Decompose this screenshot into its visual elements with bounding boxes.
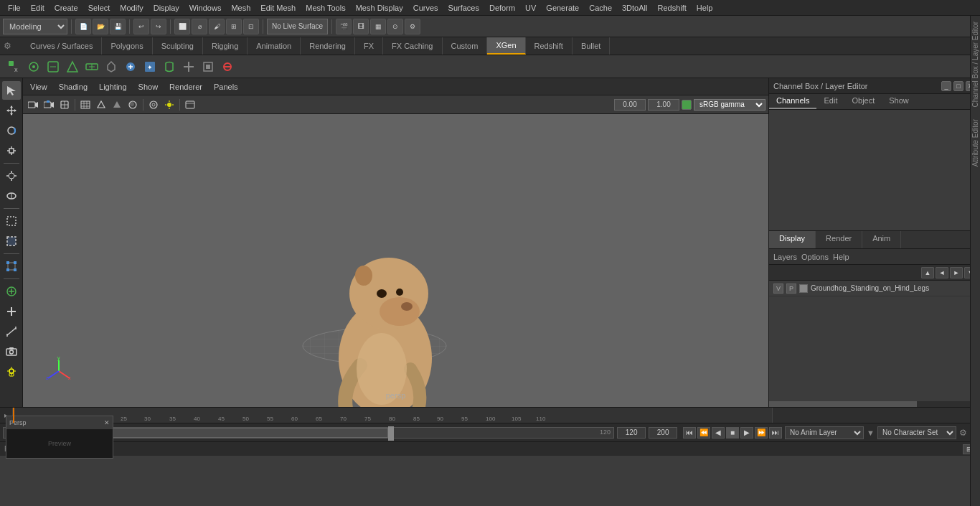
render-seq-btn[interactable]: 🎞 xyxy=(353,19,369,34)
menu-3dtall[interactable]: 3DtoAll xyxy=(617,2,652,14)
universal-manip-tool[interactable] xyxy=(2,167,21,185)
python-input[interactable] xyxy=(29,445,960,453)
new-scene-btn[interactable]: 📄 xyxy=(75,19,91,34)
menu-edit[interactable]: Edit xyxy=(26,2,50,14)
menu-mesh-tools[interactable]: Mesh Tools xyxy=(301,2,350,14)
vp-camera-icon[interactable] xyxy=(26,98,40,112)
menu-create[interactable]: Create xyxy=(50,2,83,14)
layer-v-btn[interactable]: V xyxy=(773,284,783,294)
vp-xray-icon[interactable] xyxy=(146,98,161,112)
vp-shaded-icon[interactable] xyxy=(126,98,140,112)
render-btn[interactable]: 🎬 xyxy=(336,19,352,34)
menu-modify[interactable]: Modify xyxy=(115,2,148,14)
layer-add-btn[interactable]: ▲ xyxy=(921,267,934,278)
save-btn[interactable]: 💾 xyxy=(110,19,126,34)
menu-help[interactable]: Help xyxy=(692,2,718,14)
render-settings-btn[interactable]: ⚙ xyxy=(405,19,420,34)
xgen-icon-12[interactable] xyxy=(219,58,236,75)
add-tool[interactable] xyxy=(2,302,21,321)
xgen-icon-10[interactable] xyxy=(180,58,197,75)
layer-p-btn[interactable]: P xyxy=(786,284,796,294)
step-forward-btn[interactable]: ⏩ xyxy=(755,427,768,439)
vp-cam3-icon[interactable] xyxy=(57,98,72,112)
vp-grid-icon[interactable] xyxy=(78,98,93,112)
tab-fx[interactable]: FX xyxy=(355,37,383,55)
tab-custom[interactable]: Custom xyxy=(443,37,488,55)
rotate-tool[interactable] xyxy=(2,121,21,140)
ch-tab-show[interactable]: Show xyxy=(882,94,916,109)
edge-tab-channel-box[interactable]: Channel Box / Layer Editor xyxy=(970,16,980,113)
char-set-settings-icon[interactable]: ⚙ xyxy=(959,428,967,438)
vp-hud-icon[interactable] xyxy=(183,98,197,112)
menu-display[interactable]: Display xyxy=(149,2,184,14)
vp-value-1[interactable]: 0.00 xyxy=(614,99,646,111)
range-thumb[interactable] xyxy=(388,426,394,441)
marquee-tool[interactable] xyxy=(2,232,21,250)
go-to-start-btn[interactable]: ⏮ xyxy=(683,427,696,439)
vp-value-2[interactable]: 1.00 xyxy=(648,99,679,111)
xgen-icon-9[interactable] xyxy=(161,58,178,75)
tab-curves-surfaces[interactable]: Curves / Surfaces xyxy=(22,37,102,55)
xgen-icon-3[interactable] xyxy=(44,58,62,75)
layer-color-swatch[interactable] xyxy=(799,284,808,293)
play-back-btn[interactable]: ◀ xyxy=(712,427,725,439)
select-tool[interactable] xyxy=(2,81,21,100)
region-select-tool[interactable] xyxy=(2,212,21,230)
xgen-icon-7[interactable] xyxy=(122,58,139,75)
total-frames-field[interactable]: 200 xyxy=(649,427,677,439)
menu-redshift[interactable]: Redshift xyxy=(652,2,691,14)
vp-menu-show[interactable]: Show xyxy=(136,81,161,93)
tab-redshift[interactable]: Redshift xyxy=(526,37,573,55)
playback-range-bar[interactable]: 120 xyxy=(49,427,614,439)
ch-tab-channels[interactable]: Channels xyxy=(769,94,816,109)
vp-menu-renderer[interactable]: Renderer xyxy=(166,81,205,93)
paint-select-btn[interactable]: 🖌 xyxy=(209,19,225,34)
tab-polygons[interactable]: Polygons xyxy=(102,37,152,55)
end-frame-field[interactable]: 120 xyxy=(617,427,646,439)
xgen-icon-1[interactable]: X xyxy=(6,58,23,75)
menu-deform[interactable]: Deform xyxy=(484,2,520,14)
disp-tab-render[interactable]: Render xyxy=(816,231,862,248)
go-to-end-btn[interactable]: ⏭ xyxy=(769,427,782,439)
anim-layer-select[interactable]: No Anim Layer xyxy=(785,426,864,439)
vp-light-icon[interactable] xyxy=(162,98,176,112)
scale-tool[interactable] xyxy=(2,141,21,160)
timeline-ruler[interactable]: 5 10 15 20 25 30 35 40 45 50 55 60 65 70… xyxy=(13,408,772,423)
settings-icon[interactable]: ⚙ xyxy=(4,41,11,51)
ipr-btn[interactable]: ⊙ xyxy=(387,19,403,34)
play-forward-btn[interactable]: ▶ xyxy=(740,427,753,439)
xgen-icon-5[interactable] xyxy=(83,58,100,75)
xgen-icon-8[interactable]: ✦ xyxy=(141,58,159,75)
open-btn[interactable]: 📂 xyxy=(93,19,108,34)
menu-file[interactable]: File xyxy=(3,2,26,14)
layer-next-btn[interactable]: ► xyxy=(950,267,963,278)
vp-solid-icon[interactable] xyxy=(110,98,124,112)
tab-sculpting[interactable]: Sculpting xyxy=(153,37,203,55)
smart-xform-tool[interactable] xyxy=(2,282,21,301)
layer-prev-btn[interactable]: ◄ xyxy=(936,267,948,278)
vp-menu-shading[interactable]: Shading xyxy=(56,81,90,93)
tab-xgen[interactable]: XGen xyxy=(487,37,525,55)
tab-rendering[interactable]: Rendering xyxy=(301,37,355,55)
anim-layer-arrow[interactable]: ▼ xyxy=(867,428,875,437)
soft-mod-tool[interactable] xyxy=(2,187,21,205)
panel-maximize-btn[interactable]: □ xyxy=(953,81,963,91)
snap2-btn[interactable]: ⊡ xyxy=(243,19,259,34)
select-all-btn[interactable]: ⬜ xyxy=(174,19,190,34)
transform-tool[interactable] xyxy=(2,257,21,276)
menu-generate[interactable]: Generate xyxy=(541,2,584,14)
menu-edit-mesh[interactable]: Edit Mesh xyxy=(255,2,301,14)
stop-btn[interactable]: ■ xyxy=(726,427,739,439)
menu-select[interactable]: Select xyxy=(83,2,116,14)
xgen-icon-11[interactable] xyxy=(199,58,217,75)
xgen-icon-2[interactable] xyxy=(25,58,42,75)
panel-minimize-btn[interactable]: _ xyxy=(941,81,951,91)
menu-uv[interactable]: UV xyxy=(520,2,541,14)
move-tool[interactable] xyxy=(2,101,21,120)
layers-menu-layers[interactable]: Layers xyxy=(773,253,797,261)
tab-rigging[interactable]: Rigging xyxy=(203,37,248,55)
vp-menu-panels[interactable]: Panels xyxy=(211,81,241,93)
viewport[interactable]: View Shading Lighting Show Renderer Pane… xyxy=(23,78,768,407)
char-set-select[interactable]: No Character Set xyxy=(877,426,956,439)
redo-btn[interactable]: ↪ xyxy=(151,19,166,34)
